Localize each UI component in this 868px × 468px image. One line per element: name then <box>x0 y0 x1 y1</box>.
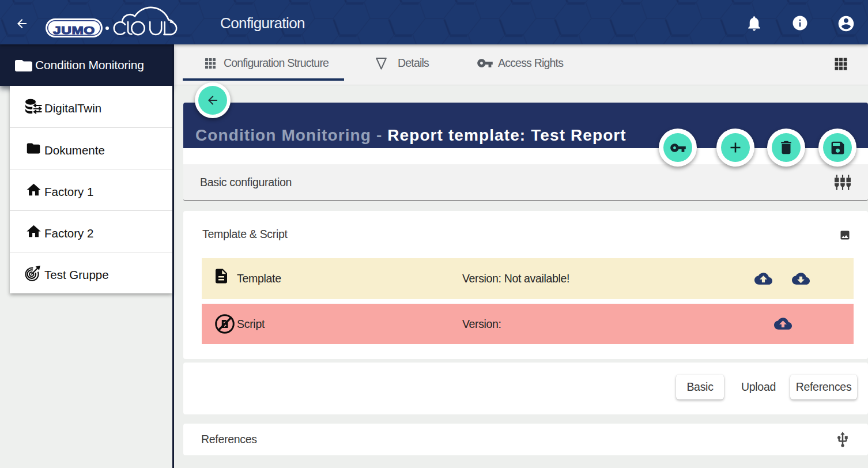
svg-text:JUMO: JUMO <box>53 24 95 36</box>
